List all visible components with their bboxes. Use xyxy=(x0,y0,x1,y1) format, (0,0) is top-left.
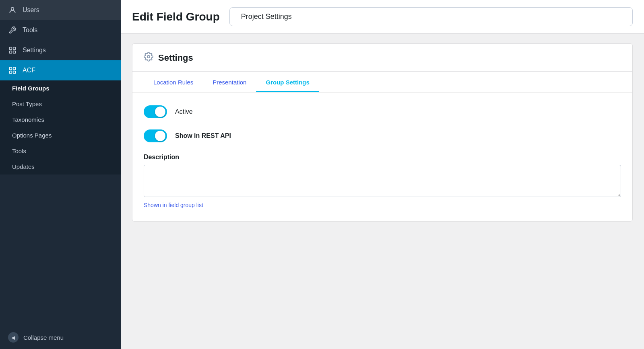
description-hint: Shown in field group list xyxy=(144,202,621,208)
sidebar-item-field-groups[interactable]: Field Groups xyxy=(0,80,121,96)
card-title: Settings xyxy=(158,53,193,63)
main-content: Edit Field Group Project Settings Settin… xyxy=(121,0,644,349)
svg-rect-1 xyxy=(10,47,12,50)
sidebar-item-settings[interactable]: Settings xyxy=(0,40,121,60)
sidebar-item-tools[interactable]: Tools xyxy=(0,20,121,40)
svg-point-0 xyxy=(11,7,14,10)
acf-icon xyxy=(8,66,17,75)
sidebar-item-users[interactable]: Users xyxy=(0,0,121,20)
sidebar-item-settings-label: Settings xyxy=(23,47,46,54)
rest-api-toggle-slider xyxy=(144,129,167,142)
svg-rect-7 xyxy=(13,71,16,74)
svg-rect-3 xyxy=(13,51,16,53)
sidebar-item-post-types[interactable]: Post Types xyxy=(0,96,121,112)
breadcrumb: Project Settings xyxy=(229,7,633,26)
svg-rect-8 xyxy=(10,71,12,74)
description-textarea[interactable] xyxy=(144,165,621,197)
tabs-container: Location Rules Presentation Group Settin… xyxy=(132,72,632,92)
sidebar-item-acf-label: ACF xyxy=(23,67,35,74)
active-toggle[interactable] xyxy=(144,105,167,118)
tools-icon xyxy=(8,26,17,35)
tab-presentation[interactable]: Presentation xyxy=(203,72,256,92)
sidebar-item-tools-sub[interactable]: Tools xyxy=(0,143,121,159)
sidebar: Users Tools Settings ACF Field Groups Po… xyxy=(0,0,121,349)
card-body: Active Show in REST API Description Show… xyxy=(132,92,632,221)
active-toggle-row: Active xyxy=(144,105,621,118)
card-header: Settings xyxy=(132,44,632,72)
content-area: Settings Location Rules Presentation Gro… xyxy=(121,34,644,349)
active-toggle-slider xyxy=(144,105,167,118)
page-header: Edit Field Group Project Settings xyxy=(121,0,644,34)
sidebar-item-updates[interactable]: Updates xyxy=(0,159,121,174)
sidebar-item-taxonomies[interactable]: Taxonomies xyxy=(0,112,121,127)
tab-group-settings[interactable]: Group Settings xyxy=(256,72,319,92)
collapse-icon: ◀ xyxy=(8,332,19,343)
svg-rect-2 xyxy=(13,47,16,50)
sidebar-item-options-pages[interactable]: Options Pages xyxy=(0,127,121,143)
settings-card: Settings Location Rules Presentation Gro… xyxy=(132,43,633,222)
svg-point-9 xyxy=(147,55,150,58)
svg-rect-4 xyxy=(10,51,12,53)
rest-api-toggle-label: Show in REST API xyxy=(175,132,231,140)
active-toggle-label: Active xyxy=(175,108,193,115)
rest-api-toggle[interactable] xyxy=(144,129,167,142)
rest-api-toggle-row: Show in REST API xyxy=(144,129,621,142)
sidebar-item-users-label: Users xyxy=(23,6,39,14)
svg-rect-6 xyxy=(13,68,16,70)
sidebar-item-tools-label: Tools xyxy=(23,27,37,34)
settings-icon xyxy=(8,46,17,55)
sidebar-section: Field Groups Post Types Taxonomies Optio… xyxy=(0,80,121,174)
users-icon xyxy=(8,6,17,14)
description-label: Description xyxy=(144,154,621,161)
description-section: Description Shown in field group list xyxy=(144,154,621,208)
page-title: Edit Field Group xyxy=(132,10,220,23)
svg-rect-5 xyxy=(10,68,12,70)
collapse-menu-button[interactable]: ◀ Collapse menu xyxy=(0,326,121,349)
sidebar-item-acf[interactable]: ACF xyxy=(0,60,121,80)
gear-icon xyxy=(144,52,153,64)
tab-location-rules[interactable]: Location Rules xyxy=(144,72,203,92)
